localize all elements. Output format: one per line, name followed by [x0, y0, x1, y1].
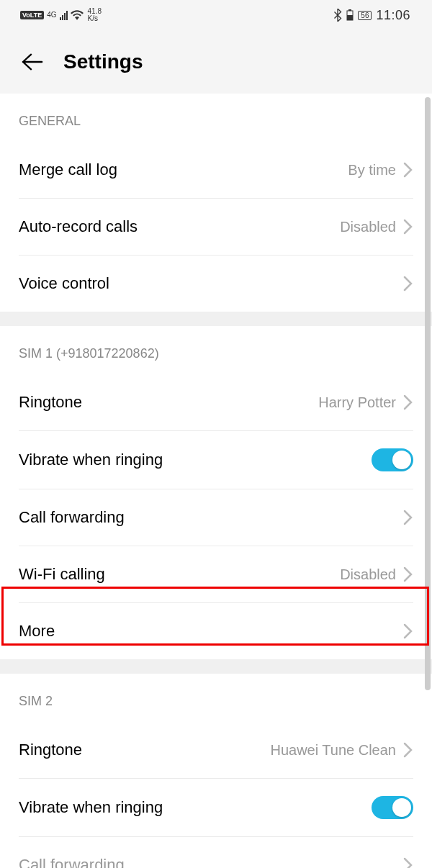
row-merge-call-log[interactable]: Merge call log By time	[0, 142, 432, 198]
toggle-switch[interactable]	[372, 796, 413, 819]
row-voice-control[interactable]: Voice control	[0, 256, 432, 312]
section-gap	[0, 659, 432, 674]
row-label: Ringtone	[19, 741, 82, 759]
row-sim1-more[interactable]: More	[0, 603, 432, 659]
signal-icon	[60, 10, 68, 20]
row-sim2-ringtone[interactable]: Ringtone Huawei Tune Clean	[0, 722, 432, 778]
row-label: Merge call log	[19, 161, 117, 179]
battery-saver-icon	[346, 9, 354, 21]
wifi-icon	[71, 10, 84, 20]
arrow-left-icon	[22, 53, 43, 71]
row-label: Call forwarding	[19, 856, 125, 868]
row-value: Disabled	[340, 219, 396, 235]
section-gap	[0, 312, 432, 326]
chevron-right-icon	[403, 857, 413, 868]
row-label: Ringtone	[19, 393, 82, 412]
page-title: Settings	[63, 50, 143, 73]
chevron-right-icon	[403, 510, 413, 525]
row-sim1-call-forwarding[interactable]: Call forwarding	[0, 489, 432, 546]
status-left: VoLTE 4G 41.8 K/s	[20, 8, 102, 22]
section-header-general: GENERAL	[0, 94, 432, 142]
row-label: More	[19, 622, 55, 641]
row-label: Vibrate when ringing	[19, 798, 163, 817]
svg-rect-1	[348, 9, 351, 11]
back-button[interactable]	[22, 51, 43, 73]
chevron-right-icon	[403, 219, 413, 235]
row-auto-record[interactable]: Auto-record calls Disabled	[0, 199, 432, 255]
row-sim1-ringtone[interactable]: Ringtone Harry Potter	[0, 374, 432, 430]
row-label: Wi-Fi calling	[19, 565, 105, 584]
chevron-right-icon	[403, 162, 413, 178]
header: Settings	[0, 30, 432, 94]
row-label: Call forwarding	[19, 508, 125, 527]
row-sim2-call-forwarding[interactable]: Call forwarding	[0, 837, 432, 868]
battery-icon: 56	[358, 11, 372, 20]
clock: 11:06	[376, 8, 410, 23]
chevron-right-icon	[403, 623, 413, 639]
content: GENERAL Merge call log By time Auto-reco…	[0, 94, 432, 868]
toggle-switch[interactable]	[372, 448, 413, 471]
row-value: Harry Potter	[318, 394, 396, 411]
row-sim1-vibrate[interactable]: Vibrate when ringing	[0, 431, 432, 489]
volte-icon: VoLTE	[20, 11, 44, 19]
network-speed: 41.8 K/s	[88, 8, 102, 22]
row-sim1-wifi-calling[interactable]: Wi-Fi calling Disabled	[0, 546, 432, 602]
chevron-right-icon	[403, 566, 413, 582]
row-sim2-vibrate[interactable]: Vibrate when ringing	[0, 779, 432, 836]
chevron-right-icon	[403, 276, 413, 291]
svg-rect-2	[347, 15, 353, 20]
chevron-right-icon	[403, 394, 413, 410]
section-header-sim2: SIM 2	[0, 674, 432, 722]
row-label: Voice control	[19, 274, 109, 293]
chevron-right-icon	[403, 742, 413, 758]
row-label: Auto-record calls	[19, 217, 138, 236]
row-value: By time	[348, 162, 396, 178]
status-right: 56 11:06	[333, 8, 410, 23]
row-value: Huawei Tune Clean	[270, 742, 396, 759]
scrollbar[interactable]	[425, 97, 431, 690]
status-bar: VoLTE 4G 41.8 K/s 56 11:06	[0, 0, 432, 30]
bluetooth-icon	[333, 9, 342, 22]
network-gen: 4G	[47, 12, 56, 19]
section-header-sim1: SIM 1 (+918017220862)	[0, 326, 432, 374]
row-label: Vibrate when ringing	[19, 451, 163, 469]
row-value: Disabled	[340, 566, 396, 583]
